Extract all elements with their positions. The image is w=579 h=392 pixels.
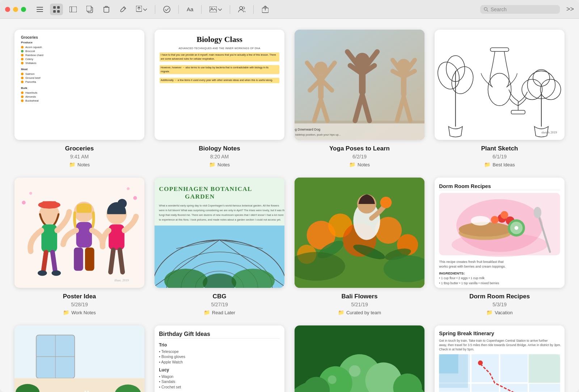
- svg-line-77: [52, 252, 55, 272]
- svg-point-145: [471, 216, 490, 226]
- svg-rect-74: [42, 201, 56, 207]
- svg-point-89: [22, 201, 26, 204]
- svg-rect-3: [53, 6, 56, 9]
- note-folder: 📁 Work Notes: [63, 310, 96, 315]
- svg-rect-81: [76, 222, 92, 248]
- svg-text:INGREDIENTS:: INGREDIENTS:: [439, 271, 465, 275]
- people-button[interactable]: [235, 4, 248, 15]
- svg-point-58: [435, 59, 463, 92]
- svg-text:• Telescope: • Telescope: [159, 349, 178, 354]
- svg-text:• Crochet set: • Crochet set: [159, 385, 181, 389]
- export-button[interactable]: [259, 4, 272, 15]
- svg-point-147: [534, 207, 541, 218]
- note-card-biology[interactable]: Biology Class ADVANCED TECHNIQUES AND TH…: [155, 30, 284, 167]
- copy-button[interactable]: [83, 4, 96, 15]
- svg-point-78: [38, 270, 47, 276]
- note-folder: 📁 Best Ideas: [484, 162, 515, 167]
- folder-icon: 📁: [209, 162, 215, 167]
- svg-text:Spring Break Itinerary: Spring Break Itinerary: [439, 331, 494, 336]
- note-date: 5/27/19: [211, 302, 228, 307]
- note-title: Plant Sketch: [481, 145, 518, 152]
- compose-button[interactable]: [117, 4, 130, 15]
- svg-rect-219: [439, 354, 458, 374]
- note-thumbnail-bali: [295, 178, 424, 288]
- search-input[interactable]: [491, 7, 556, 12]
- note-thumbnail-yoga: Yoga poses to learn: [295, 30, 424, 140]
- svg-text:COPENHAGEN BOTANICAL: COPENHAGEN BOTANICAL: [159, 186, 252, 192]
- svg-rect-6: [57, 10, 60, 13]
- folder-icon: 📁: [338, 310, 344, 315]
- folder-icon: 📁: [204, 310, 210, 315]
- svg-point-141: [500, 211, 508, 219]
- svg-text:• 1 tbsp butter  • 1 tsp vanil: • 1 tbsp butter • 1 tsp vanilla • mixed …: [439, 281, 499, 285]
- main-content: Groceries Produce Acorn squash Broccoli …: [0, 19, 579, 392]
- svg-rect-4: [57, 6, 60, 9]
- trash-button[interactable]: [100, 4, 113, 15]
- svg-line-87: [110, 250, 113, 272]
- note-folder: 📁 Notes: [69, 162, 90, 167]
- svg-rect-68: [511, 110, 525, 114]
- note-card-groceries[interactable]: Groceries Produce Acorn squash Broccoli …: [14, 30, 144, 167]
- svg-rect-2: [37, 11, 43, 12]
- note-date: 9:41 AM: [70, 154, 89, 159]
- note-card-room[interactable]: Room Ideas 4/15/19 📁 Best Ideas: [14, 325, 144, 392]
- note-date: 6/2/19: [352, 154, 367, 159]
- folder-icon: 📁: [69, 162, 75, 167]
- note-card-green[interactable]: Garden Photos 4/5/19 📁 Nature: [295, 325, 424, 392]
- note-folder: 📁 Notes: [209, 162, 230, 167]
- folder-icon: 📁: [63, 310, 69, 315]
- svg-rect-7: [69, 7, 77, 12]
- note-folder: 📁 Vacation: [486, 310, 513, 315]
- svg-point-66: [540, 79, 561, 99]
- svg-text:were in full bloom! What was s: were in full bloom! What was surprising …: [159, 209, 284, 212]
- svg-point-62: [488, 73, 511, 106]
- note-thumbnail-dorm: Dorm Room Recipes: [435, 178, 565, 288]
- image-button[interactable]: [207, 4, 225, 15]
- svg-point-140: [491, 216, 499, 223]
- svg-point-22: [240, 7, 242, 9]
- maximize-button[interactable]: [21, 7, 26, 12]
- svg-line-27: [487, 10, 488, 11]
- svg-text:• 1 cup flour     • 2 eggs    : • 1 cup flour • 2 eggs • 1 cup milk: [439, 276, 485, 280]
- sidebar-toggle-button[interactable]: [67, 4, 80, 15]
- share-arrow-button[interactable]: [133, 4, 150, 15]
- menu-button[interactable]: [33, 4, 46, 15]
- notes-grid: Groceries Produce Acorn squash Broccoli …: [14, 30, 565, 392]
- note-card-bali[interactable]: Bali Flowers 5/21/19 📁 Curated by team: [295, 178, 424, 315]
- font-button[interactable]: Aa: [184, 4, 196, 15]
- svg-point-91: [133, 196, 137, 200]
- note-card-map[interactable]: Spring Break Itinerary Get in touch by t…: [435, 325, 565, 392]
- svg-point-90: [29, 192, 32, 195]
- note-card-poster[interactable]: illust. 2019 Poster Idea 5/28/19 📁 Work …: [14, 178, 144, 315]
- svg-text:Dorm Room Recipes: Dorm Room Recipes: [439, 183, 491, 189]
- svg-point-92: [127, 187, 130, 190]
- minimize-button[interactable]: [13, 7, 18, 12]
- note-thumbnail-green: [295, 325, 424, 392]
- svg-text:fungi that really floored me. : fungi that really floored me. There are …: [159, 213, 283, 217]
- note-card-cbg[interactable]: COPENHAGEN BOTANICAL GARDEN What a wonde…: [155, 178, 284, 315]
- note-date: 8:20 AM: [210, 154, 229, 159]
- note-card-plant[interactable]: sketch 2019 Plant Sketch 6/1/19 📁 Best I…: [435, 30, 565, 167]
- note-thumbnail-plant: sketch 2019: [435, 30, 565, 140]
- folder-icon: 📁: [486, 310, 493, 315]
- folder-icon: 📁: [484, 162, 490, 167]
- svg-text:• Sandals: • Sandals: [159, 379, 175, 384]
- svg-rect-54: [295, 123, 424, 140]
- svg-text:to experience at this flora. I: to experience at this flora. I took pict…: [159, 218, 281, 222]
- note-card-yoga[interactable]: Yoga poses to learn: [295, 30, 424, 167]
- close-button[interactable]: [5, 7, 10, 12]
- note-thumbnail-poster: illust. 2019: [14, 178, 144, 288]
- more-button[interactable]: >>: [566, 5, 574, 13]
- note-title: Groceries: [65, 145, 94, 152]
- note-date: 6/1/19: [493, 154, 507, 159]
- checkmark-button[interactable]: [160, 4, 173, 15]
- svg-text:• Wagon: • Wagon: [159, 374, 173, 379]
- grid-view-button[interactable]: [50, 4, 63, 15]
- svg-rect-0: [37, 7, 43, 8]
- search-bar[interactable]: [480, 5, 560, 14]
- note-card-dorm[interactable]: Dorm Room Recipes: [435, 178, 565, 315]
- note-card-birthday[interactable]: Birthday Gift Ideas Trio • Telescope • B…: [155, 325, 284, 392]
- svg-rect-11: [104, 7, 109, 12]
- note-date: 5/3/19: [493, 302, 507, 307]
- svg-rect-20: [210, 7, 217, 12]
